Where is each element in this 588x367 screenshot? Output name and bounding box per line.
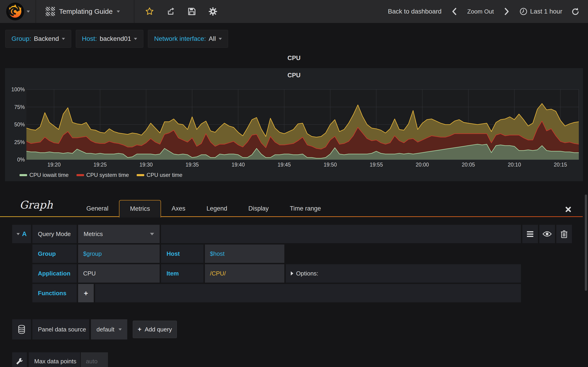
legend-item[interactable]: CPU system time	[77, 172, 129, 178]
x-tick-label: 19:40	[222, 162, 254, 168]
close-editor-button[interactable]	[564, 205, 573, 214]
datasource-value: default	[96, 326, 114, 333]
application-input[interactable]	[78, 264, 160, 283]
options-expand-icon	[291, 271, 293, 275]
x-tick-label: 20:10	[498, 162, 530, 168]
star-button[interactable]	[145, 7, 154, 16]
datasource-icon-cell	[12, 319, 31, 340]
template-variables: Group: Backend Host: backend01 Network i…	[5, 30, 228, 48]
settings-button[interactable]	[208, 7, 217, 16]
time-forward-button[interactable]	[502, 7, 511, 16]
save-icon	[187, 7, 196, 16]
query-collapse-button[interactable]: A	[12, 225, 31, 243]
navbar: Templating Guide	[0, 0, 588, 23]
application-field	[78, 264, 160, 283]
item-label: Item	[161, 264, 204, 283]
panel-datasource-label: Panel data source	[32, 319, 89, 340]
tab-general[interactable]: General	[76, 200, 119, 217]
add-query-button[interactable]: + Add query	[133, 321, 177, 338]
legend-item[interactable]: CPU iowait time	[19, 172, 69, 178]
add-query-label: Add query	[145, 326, 172, 333]
application-label: Application	[32, 264, 77, 283]
item-input[interactable]	[205, 264, 284, 283]
zoom-out-button[interactable]: Zoom Out	[467, 8, 494, 15]
y-tick-label: 100%	[5, 86, 25, 93]
x-tick-label: 19:35	[176, 162, 208, 168]
variable-caret-icon	[219, 38, 222, 40]
group-field	[78, 244, 160, 263]
legend-swatch	[19, 174, 27, 176]
query-letter: A	[22, 230, 27, 238]
menu-icon	[527, 231, 533, 237]
time-picker-button[interactable]: Last 1 hour	[519, 8, 562, 15]
chevron-left-icon	[452, 8, 457, 15]
query-mode-value: Metrics	[84, 231, 103, 238]
logo-caret-icon	[27, 10, 30, 13]
variable-netif-label: Network interface:	[154, 35, 206, 42]
select-caret-icon	[150, 233, 154, 235]
group-label: Group	[32, 244, 77, 263]
max-data-points-input[interactable]	[81, 352, 108, 367]
navbar-right: Back to dashboard Zoom Out Last 1 hour	[388, 0, 580, 23]
scrollbar[interactable]	[585, 194, 587, 291]
chevron-right-icon	[504, 8, 509, 15]
navbar-actions	[134, 0, 217, 23]
x-tick-label: 20:00	[406, 162, 439, 168]
dashboard-title-button[interactable]: Templating Guide	[36, 0, 134, 23]
max-data-points-label: Max data points	[29, 352, 80, 367]
title-caret-icon	[117, 10, 120, 13]
legend-item[interactable]: CPU user time	[137, 172, 182, 178]
plus-icon: +	[138, 326, 141, 333]
variable-host[interactable]: Host: backend01	[76, 30, 143, 48]
host-input[interactable]	[205, 244, 284, 263]
wrench-icon	[16, 358, 23, 365]
plus-icon: +	[84, 289, 88, 298]
legend-swatch	[77, 174, 84, 176]
tab-metrics[interactable]: Metrics	[119, 200, 161, 217]
time-back-button[interactable]	[450, 7, 459, 16]
panel-title[interactable]: CPU	[5, 72, 583, 79]
item-field	[205, 264, 284, 283]
options-label: Options:	[296, 270, 318, 277]
legend-label: CPU iowait time	[29, 172, 69, 178]
variable-group[interactable]: Group: Backend	[5, 30, 71, 48]
variable-netif[interactable]: Network interface: All	[148, 30, 228, 48]
query-toggle-visibility-button[interactable]	[539, 225, 555, 243]
tab-time-range[interactable]: Time range	[279, 200, 332, 217]
refresh-icon	[571, 7, 579, 16]
legend-label: CPU user time	[147, 172, 182, 178]
eye-icon	[543, 231, 552, 237]
tab-underline	[0, 216, 583, 217]
grafana-logo-section[interactable]	[0, 0, 36, 23]
query-menu-button[interactable]	[522, 225, 538, 243]
dashboard-row-title[interactable]: CPU	[0, 55, 588, 62]
x-tick-label: 20:15	[544, 162, 577, 168]
tab-axes[interactable]: Axes	[161, 200, 196, 217]
settings-icon-cell	[12, 352, 27, 367]
refresh-button[interactable]	[571, 7, 580, 16]
save-button[interactable]	[187, 7, 196, 16]
database-icon	[18, 325, 26, 334]
host-label: Host	[161, 244, 204, 263]
host-field	[205, 244, 284, 263]
x-tick-label: 20:05	[452, 162, 484, 168]
variable-caret-icon	[134, 38, 137, 40]
editor-tabs: General Metrics Axes Legend Display Time…	[76, 200, 331, 217]
tab-display[interactable]: Display	[238, 200, 279, 217]
functions-row-filler	[95, 284, 521, 302]
variable-group-value: Backend	[34, 35, 59, 42]
x-tick-label: 19:50	[314, 162, 346, 168]
group-input[interactable]	[78, 244, 160, 263]
datasource-select[interactable]: default	[91, 319, 127, 340]
options-toggle[interactable]: Options:	[286, 264, 521, 283]
back-to-dashboard-button[interactable]: Back to dashboard	[388, 8, 442, 15]
y-tick-label: 25%	[5, 139, 25, 145]
trash-icon	[561, 230, 568, 238]
tab-legend[interactable]: Legend	[196, 200, 238, 217]
share-button[interactable]	[166, 7, 175, 16]
query-delete-button[interactable]	[556, 225, 572, 243]
query-mode-select[interactable]: Metrics	[78, 225, 160, 243]
add-function-button[interactable]: +	[78, 284, 94, 302]
query-mode-label: Query Mode	[32, 225, 77, 243]
cpu-stacked-area-chart[interactable]	[26, 84, 579, 160]
